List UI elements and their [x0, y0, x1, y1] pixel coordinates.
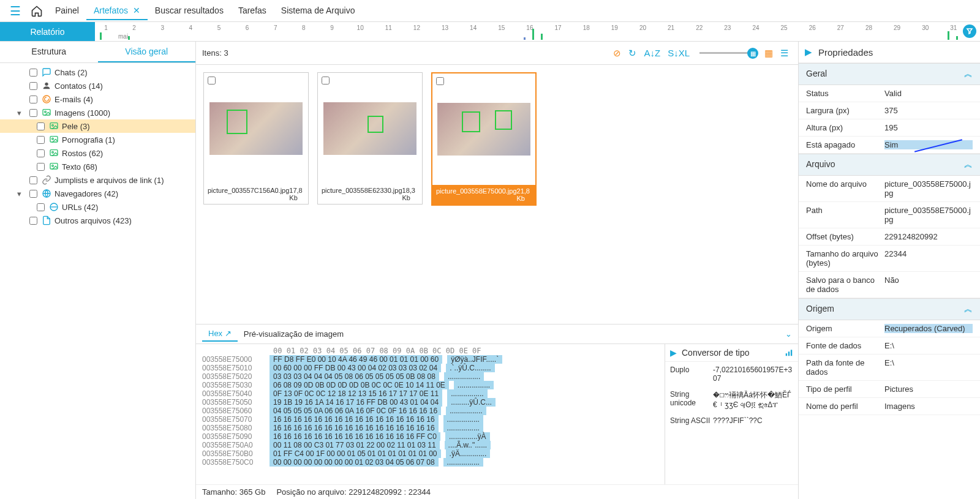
- hex-row[interactable]: 003558E7509016 16 16 16 16 16 16 16 16 1…: [202, 432, 658, 441]
- hex-tabs: Hex ↗Pré-visualização de imagem⌄: [196, 325, 798, 344]
- timeline-tick: 2: [128, 24, 140, 31]
- tree-node[interactable]: Pele (3): [0, 119, 195, 133]
- report-button[interactable]: Relatório: [0, 22, 95, 41]
- timeline-tick: 4: [184, 24, 197, 31]
- tree-node[interactable]: Texto (68): [0, 160, 195, 173]
- tab-painel[interactable]: Painel: [48, 2, 86, 20]
- tree-checkbox[interactable]: [37, 163, 45, 171]
- hex-row[interactable]: 003558E7507016 16 16 16 16 16 16 16 16 1…: [202, 415, 658, 424]
- list-view-icon[interactable]: ☰: [777, 45, 792, 61]
- sort-size-icon[interactable]: S↓XL: [664, 45, 693, 61]
- tree-checkbox[interactable]: [37, 203, 45, 211]
- face-detection-box: [368, 116, 383, 133]
- tree-node[interactable]: Outros arquivos (423): [0, 214, 195, 227]
- prop-row: Tipo de perfilPictures: [799, 381, 980, 398]
- tree-node[interactable]: ▾Navegadores (42): [0, 187, 195, 200]
- hex-view[interactable]: 00 01 02 03 04 05 06 07 08 09 0A 0B 0C 0…: [196, 344, 665, 484]
- hex-row[interactable]: 003558E7501000 60 00 00 FF DB 00 43 00 0…: [202, 364, 658, 372]
- tree-node[interactable]: Contatos (14): [0, 79, 195, 92]
- timeline-tick: 19: [608, 24, 620, 31]
- tree-checkbox[interactable]: [29, 190, 37, 198]
- tree-checkbox[interactable]: [37, 149, 45, 157]
- tree-node[interactable]: ▾Imagens (1000): [0, 106, 195, 119]
- tree-node[interactable]: Pornografia (1): [0, 133, 195, 146]
- hex-panel: Hex ↗Pré-visualização de imagem⌄ 00 01 0…: [196, 324, 798, 499]
- left-tab-visão geral[interactable]: Visão geral: [98, 42, 196, 62]
- thumb-checkbox[interactable]: [436, 77, 444, 85]
- chevron-down-icon[interactable]: ▾: [17, 189, 26, 198]
- prop-value: 195: [884, 123, 973, 132]
- play-icon[interactable]: ▶: [805, 47, 812, 58]
- tree-checkbox[interactable]: [37, 136, 45, 144]
- tab-artefatos[interactable]: Artefatos ✕: [86, 2, 148, 20]
- hex-tab-1[interactable]: Pré-visualização de imagem: [238, 327, 350, 341]
- tree-label: Navegadores (42): [55, 189, 118, 198]
- hex-row[interactable]: 003558E7506004 05 05 05 0A 06 06 0A 16 0…: [202, 407, 658, 415]
- thumbnail[interactable]: picture_003558E62330.jpg18,3 Kb: [317, 72, 423, 204]
- hex-row[interactable]: 003558E7508016 16 16 16 16 16 16 16 16 1…: [202, 424, 658, 432]
- prop-label: Fonte de dados: [806, 341, 884, 350]
- home-icon[interactable]: [26, 2, 48, 20]
- hex-row[interactable]: 003558E750400F 13 0F 0C 0C 12 18 12 13 1…: [202, 389, 658, 398]
- play-icon[interactable]: ▶: [670, 348, 677, 358]
- hex-row[interactable]: 003558E7505019 1B 19 16 1A 14 16 17 16 F…: [202, 398, 658, 407]
- filter-icon[interactable]: [963, 24, 976, 38]
- timeline-tick: 6: [241, 24, 254, 31]
- hex-row[interactable]: 003558E7503006 08 09 0D 0B 0D 0D 0D 0B 0…: [202, 381, 658, 389]
- prop-section-arquivo[interactable]: Arquivo︽: [799, 154, 980, 176]
- sort-az-icon[interactable]: A↓Z: [640, 45, 664, 61]
- prop-row: Largura (px)375: [799, 102, 980, 119]
- expand-icon[interactable]: ⌄: [785, 329, 792, 339]
- prop-section-geral[interactable]: Geral︽: [799, 63, 980, 85]
- annotation-arrow: [914, 139, 962, 152]
- block-icon[interactable]: ⊘: [609, 45, 625, 61]
- hex-row[interactable]: 003558E750A000 11 08 00 C3 01 77 03 01 2…: [202, 441, 658, 449]
- timeline-tick: 24: [750, 24, 762, 31]
- tree-node[interactable]: Rostos (62): [0, 146, 195, 160]
- chevron-down-icon[interactable]: ▾: [17, 108, 26, 118]
- thumbnail-size-slider[interactable]: ▦: [699, 52, 755, 54]
- thumb-checkbox[interactable]: [208, 77, 216, 84]
- timeline-tick: 22: [693, 24, 706, 31]
- tree-checkbox[interactable]: [29, 82, 37, 90]
- timeline[interactable]: mai 123456789101112131415161718192021222…: [95, 22, 980, 41]
- thumbnail[interactable]: picture_003558E75000.jpg21,8 Kb: [431, 72, 537, 206]
- prop-row: Offset (bytes)229124820992: [799, 228, 980, 246]
- tree-label: Pele (3): [62, 122, 90, 131]
- tree-checkbox[interactable]: [29, 69, 37, 77]
- tab-tarefas[interactable]: Tarefas: [231, 2, 274, 20]
- grid-view-icon[interactable]: ▦: [761, 45, 777, 61]
- thumbnail[interactable]: picture_003557C156A0.jpg17,8 Kb: [203, 72, 309, 204]
- refresh-icon[interactable]: ↻: [625, 45, 640, 61]
- hex-row[interactable]: 003558E750C000 00 00 00 00 00 00 00 01 0…: [202, 458, 658, 467]
- tree-node[interactable]: Jumplists e arquivos de link (1): [0, 173, 195, 187]
- left-tab-estrutura[interactable]: Estrutura: [0, 42, 98, 62]
- hex-row[interactable]: 003558E7502003 03 03 04 04 04 05 08 06 0…: [202, 372, 658, 381]
- close-icon[interactable]: ✕: [130, 6, 140, 15]
- tree-checkbox[interactable]: [29, 96, 37, 103]
- prop-label: Tamanho do arquivo (bytes): [806, 249, 884, 268]
- tree-checkbox[interactable]: [37, 122, 45, 130]
- tree-node[interactable]: Chats (2): [0, 66, 195, 79]
- prop-label: Altura (px): [806, 123, 884, 132]
- left-sidebar: EstruturaVisão geral Chats (2)Contatos (…: [0, 42, 196, 499]
- tab-buscar-resultados[interactable]: Buscar resultados: [148, 2, 231, 20]
- hex-row[interactable]: 003558E750B001 FF C4 00 1F 00 00 01 05 0…: [202, 449, 658, 458]
- tab-sistema-de-arquivo[interactable]: Sistema de Arquivo: [274, 2, 363, 20]
- external-link-icon[interactable]: ↗: [222, 329, 232, 338]
- hex-tab-0[interactable]: Hex ↗: [202, 326, 238, 342]
- menu-icon[interactable]: ☰: [5, 1, 26, 21]
- tree-checkbox[interactable]: [29, 109, 37, 117]
- tree-checkbox[interactable]: [29, 217, 37, 225]
- prop-row: Está apagadoSim: [799, 137, 980, 154]
- tree-node[interactable]: E-mails (4): [0, 92, 195, 106]
- prop-section-origem[interactable]: Origem︽: [799, 298, 980, 320]
- hex-row[interactable]: 003558E75000FF D8 FF E0 00 10 4A 46 49 4…: [202, 355, 658, 364]
- image-icon: [48, 148, 59, 158]
- thumb-checkbox[interactable]: [322, 77, 330, 84]
- tree-checkbox[interactable]: [29, 176, 37, 184]
- tree-node[interactable]: URLs (42): [0, 200, 195, 214]
- prop-row: StatusValid: [799, 85, 980, 102]
- chart-icon[interactable]: [785, 348, 793, 357]
- timeline-tick: 23: [722, 24, 734, 31]
